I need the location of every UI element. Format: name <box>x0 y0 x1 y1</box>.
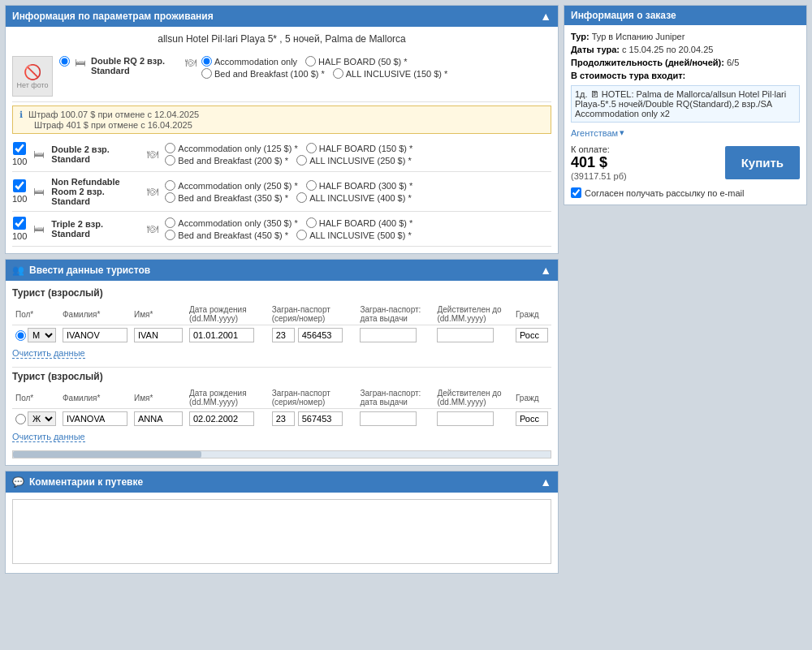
included-label-row: В стоимость тура входит: <box>571 71 800 80</box>
buy-section: К оплате: 401 $ (39117.51 рб) Купить <box>571 144 800 181</box>
buy-button[interactable]: Купить <box>725 146 800 179</box>
col-citizen: Гражд <box>512 303 551 325</box>
tourist1-citizen-cell <box>512 325 551 346</box>
tourist1-passport-number[interactable] <box>298 328 343 342</box>
tourist-section-1: Турист (взрослый) Пол* Фамилия* Имя* Дат… <box>12 287 551 359</box>
order-panel: Информация о заказе Тур: Тур в Испанию J… <box>564 5 807 205</box>
room4-opt-halfboard[interactable]: HALF BOARD (400 $) * <box>306 217 413 228</box>
room4-options-row2: Bed and Breakfast (450 $) * ALL INCLUSIV… <box>165 230 412 240</box>
room1-options-row1: Accommodation only HALF BOARD (50 $) * <box>201 56 447 67</box>
penalty-icon: ℹ <box>19 110 23 119</box>
tourist1-firstname-input[interactable] <box>134 328 183 342</box>
tourist-section-2: Турист (взрослый) Пол* Фамилия* Имя* Дат… <box>12 371 551 442</box>
dates-label: Даты тура: <box>571 45 620 54</box>
tourist2-issue-input[interactable] <box>360 411 417 426</box>
room1-radio[interactable] <box>59 56 70 67</box>
tourist-body: Турист (взрослый) Пол* Фамилия* Имя* Дат… <box>6 281 558 465</box>
tourist1-lastname-input[interactable] <box>63 328 127 342</box>
tourist1-passport-series[interactable] <box>272 328 295 342</box>
accommodation-body: allsun Hotel Pil·lari Playa 5* , 5 ночей… <box>6 27 558 253</box>
tourist1-clear-link[interactable]: Очистить данные <box>12 348 85 359</box>
room3-checkbox[interactable] <box>13 179 26 192</box>
tourist1-valid-cell <box>434 325 512 346</box>
tourist2-lastname-input[interactable] <box>63 411 127 426</box>
agency-link[interactable]: Агентствам ▾ <box>571 127 624 138</box>
accommodation-chevron[interactable]: ▲ <box>540 10 551 23</box>
tourist1-gender-select[interactable]: М Ж <box>28 328 56 342</box>
tourist1-radio[interactable] <box>15 330 26 341</box>
dates-row: Даты тура: с 15.04.25 по 20.04.25 <box>571 45 800 54</box>
no-photo-1: 🚫 Нет фото <box>12 56 53 97</box>
cost-label: К оплате: <box>571 144 627 154</box>
tourist1-dob-input[interactable] <box>189 328 254 342</box>
comments-textarea[interactable] <box>12 499 551 564</box>
room3-opt-bb[interactable]: Bed and Breakfast (350 $) * <box>165 192 288 203</box>
penalty-box: ℹ Штраф 100.07 $ при отмене с 12.04.2025… <box>12 105 551 134</box>
tourist-chevron[interactable]: ▲ <box>540 264 551 277</box>
room1-opt-bb[interactable]: Bed and Breakfast (100 $) * <box>201 68 325 79</box>
price-block: К оплате: 401 $ (39117.51 рб) <box>571 144 627 181</box>
room2-checkbox[interactable] <box>13 142 26 155</box>
room4-opt-ai[interactable]: ALL INCLUSIVE (500 $) * <box>296 230 412 240</box>
tourist2-clear-link[interactable]: Очистить данные <box>12 432 85 442</box>
room2-opt-accommodation[interactable]: Accommodation only (125 $) * <box>165 143 297 153</box>
tourist2-dob-input[interactable] <box>189 411 254 426</box>
horizontal-scrollbar[interactable] <box>12 450 551 458</box>
col-firstname: Имя* <box>131 303 186 325</box>
tourist1-gender-cell: М Ж <box>12 325 59 346</box>
tourist2-gender-select[interactable]: М Ж <box>28 411 56 426</box>
room4-opt-accommodation[interactable]: Accommodation only (350 $) * <box>165 217 297 228</box>
room2-meal-icon: 🍽 <box>147 148 158 161</box>
room2-opt-bb[interactable]: Bed and Breakfast (200 $) * <box>165 155 288 166</box>
tourist1-citizen-input[interactable] <box>516 328 548 342</box>
room1-opt-halfboard[interactable]: HALF BOARD (50 $) * <box>305 56 407 67</box>
room-row-2: 100 🛏 Double 2 взр. Standard 🍽 Accommoda… <box>12 137 551 172</box>
comments-panel: 💬 Комментарии к путевке ▲ <box>5 471 559 574</box>
tourist2-valid-input[interactable] <box>437 411 494 426</box>
accommodation-panel: Информация по параметрам проживания ▲ al… <box>5 5 559 254</box>
room1-name: Double RQ 2 взр. Standard <box>91 56 180 75</box>
tourist2-citizen-input[interactable] <box>516 411 548 426</box>
room4-checkbox[interactable] <box>13 217 26 230</box>
tourist2-firstname-cell <box>131 409 186 429</box>
room3-opt-accommodation[interactable]: Accommodation only (250 $) * <box>165 180 297 191</box>
col2-lastname: Фамилия* <box>59 387 131 409</box>
room1-bed-icon: 🛏 <box>75 56 86 69</box>
tourist2-radio[interactable] <box>15 414 26 424</box>
comments-chevron[interactable]: ▲ <box>540 476 551 489</box>
tourist2-data-row: М Ж <box>12 409 551 429</box>
duration-label: Продолжительность (дней/ночей): <box>571 58 724 67</box>
room2-name: Double 2 взр. Standard <box>51 144 140 164</box>
room-row-1: 🚫 Нет фото 🛏 Double RQ 2 взр. Standard 🍽 <box>12 51 551 102</box>
tourist2-passport-number[interactable] <box>298 411 343 426</box>
col-dob: Дата рождения (dd.MM.yyyy) <box>186 303 269 325</box>
chevron-down-icon: ▾ <box>620 127 624 138</box>
col2-gender: Пол* <box>12 387 59 409</box>
tourist2-passport-series[interactable] <box>272 411 295 426</box>
room1-opt-accommodation[interactable]: Accommodation only <box>201 56 297 67</box>
tourist1-passport-cell <box>269 325 357 346</box>
room3-opt-halfboard[interactable]: HALF BOARD (300 $) * <box>306 180 413 191</box>
room4-name: Triple 2 взр. Standard <box>51 219 140 239</box>
hotel-title: allsun Hotel Pil·lari Playa 5* , 5 ночей… <box>12 33 551 45</box>
tour-value: Тур в Испанию Juniper <box>592 32 685 41</box>
scroll-thumb <box>13 451 201 458</box>
subscribe-checkbox[interactable] <box>571 187 581 198</box>
tourist1-valid-input[interactable] <box>437 328 494 342</box>
tourist1-issue-input[interactable] <box>360 328 417 342</box>
room2-opt-halfboard[interactable]: HALF BOARD (150 $) * <box>306 143 413 153</box>
room2-bed-icon: 🛏 <box>33 148 45 161</box>
col2-firstname: Имя* <box>131 387 186 409</box>
tourist2-firstname-input[interactable] <box>134 411 183 426</box>
room4-opt-bb[interactable]: Bed and Breakfast (450 $) * <box>165 230 288 240</box>
tour-label: Тур: <box>571 32 590 41</box>
room4-meal-icon: 🍽 <box>147 222 158 235</box>
room1-opt-ai[interactable]: ALL INCLUSIVE (150 $) * <box>333 68 448 79</box>
room2-opt-ai[interactable]: ALL INCLUSIVE (250 $) * <box>296 155 412 166</box>
subscribe-label: Согласен получать рассылку по e-mail <box>585 188 744 198</box>
comment-icon: 💬 <box>12 476 24 488</box>
room4-options-row1: Accommodation only (350 $) * HALF BOARD … <box>165 217 412 228</box>
col-gender: Пол* <box>12 303 59 325</box>
room3-opt-ai[interactable]: ALL INCLUSIVE (400 $) * <box>296 192 412 203</box>
col2-passport-issue: Загран-паспорт: дата выдачи <box>356 387 434 409</box>
